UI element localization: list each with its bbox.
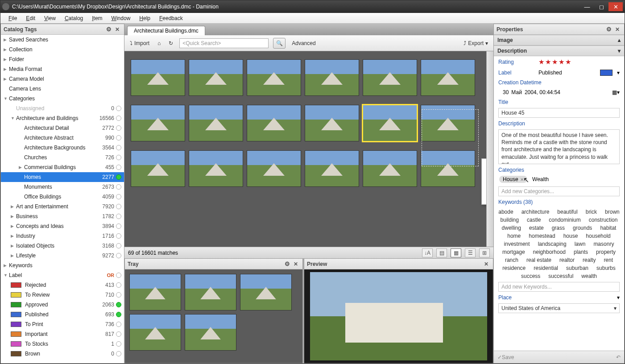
keyword[interactable]: masonry <box>593 241 614 247</box>
label-color-swatch[interactable] <box>600 70 613 76</box>
keyword[interactable]: suburban <box>566 265 588 271</box>
menu-item[interactable]: Item <box>87 14 107 22</box>
thumbnail[interactable] <box>247 105 301 141</box>
tab-catalog[interactable]: Architectural Buildings.dmc <box>127 26 205 35</box>
close-icon[interactable]: ✕ <box>613 26 621 33</box>
thumbnail[interactable] <box>421 150 475 187</box>
keyword[interactable]: property <box>596 249 616 255</box>
view-filmstrip[interactable]: ▤ <box>436 248 447 257</box>
tag-row[interactable]: Architecture Abstract990 <box>1 133 124 143</box>
tag-row[interactable]: ▼Architecture and Buildings16566 <box>1 113 124 123</box>
keyword[interactable]: habitat <box>600 225 616 231</box>
calendar-icon[interactable]: ▦▾ <box>612 89 620 95</box>
close-icon[interactable]: ✕ <box>113 26 121 33</box>
tag-row[interactable]: ▶Art and Entertainment7920 <box>1 202 124 211</box>
keyword[interactable]: ranch <box>505 257 518 263</box>
maximize-button[interactable]: ◻ <box>594 2 608 11</box>
tag-row[interactable]: ▶Lifestyle9272 <box>1 251 124 261</box>
place-value[interactable]: United States of America▾ <box>498 303 620 313</box>
keyword[interactable]: brick <box>586 209 597 215</box>
view-grid[interactable]: ▦ <box>451 248 461 257</box>
keyword[interactable]: landscaping <box>538 241 567 247</box>
tag-row[interactable]: ▶Business1782 <box>1 211 124 221</box>
menu-feedback[interactable]: Feedback <box>155 14 187 22</box>
preview-body[interactable] <box>304 269 493 363</box>
thumbnail[interactable] <box>305 150 359 187</box>
label-row[interactable]: To Stocks1 <box>1 339 124 349</box>
keyword[interactable]: wealth <box>581 273 597 279</box>
keyword[interactable]: abode <box>498 209 513 215</box>
keyword[interactable]: condominium <box>549 217 580 223</box>
chevron-down-icon[interactable]: ▾ <box>617 70 620 76</box>
tag-row[interactable]: Architectural Detail2772 <box>1 123 124 133</box>
keyword[interactable]: suburbs <box>596 265 616 271</box>
tray-thumbnail[interactable] <box>185 274 236 310</box>
keyword[interactable]: realtor <box>559 257 575 263</box>
minimize-button[interactable]: — <box>580 2 594 11</box>
label-row[interactable]: Important817 <box>1 329 124 339</box>
keyword[interactable]: estate <box>529 225 544 231</box>
keyword[interactable]: beautiful <box>557 209 577 215</box>
keyword[interactable]: successful <box>548 273 573 279</box>
tray-thumbnail[interactable] <box>185 314 236 351</box>
menu-file[interactable]: File <box>4 14 21 22</box>
tag-row[interactable]: ▶Commercial Buildings455 <box>1 162 124 172</box>
rating-stars[interactable]: ★★★★★ <box>538 58 572 66</box>
menu-help[interactable]: Help <box>135 14 155 22</box>
title-input[interactable]: House 45 <box>498 108 620 118</box>
keyword[interactable]: brown <box>605 209 620 215</box>
add-keywords-input[interactable]: Add new Keywords... <box>498 282 620 292</box>
thumbnail[interactable] <box>189 150 243 187</box>
menu-window[interactable]: Window <box>107 14 135 22</box>
search-button[interactable]: 🔍 <box>273 38 286 49</box>
tag-row[interactable]: Churches726 <box>1 153 124 162</box>
context-menu-item[interactable]: Home Renovations <box>482 178 486 194</box>
tag-row[interactable]: ▶Saved Searches <box>1 35 124 45</box>
view-tree[interactable]: ⊞ <box>479 248 490 257</box>
keyword[interactable]: household <box>586 233 610 239</box>
tag-row[interactable]: ▶Keywords <box>1 261 124 270</box>
thumbnail[interactable] <box>247 150 301 187</box>
tag-row[interactable]: ▶Collection <box>1 45 124 54</box>
keyword[interactable]: residence <box>502 265 526 271</box>
close-icon[interactable]: ✕ <box>292 261 300 267</box>
thumbnail[interactable] <box>189 59 243 96</box>
thumbnail[interactable] <box>131 150 185 187</box>
keyword[interactable]: rent <box>604 257 613 263</box>
keyword[interactable]: residential <box>534 265 558 271</box>
home-button[interactable]: ⌂ <box>156 39 162 47</box>
thumbnail[interactable] <box>305 59 359 96</box>
thumbnail[interactable] <box>421 105 475 141</box>
label-row[interactable]: To Review710 <box>1 290 124 300</box>
thumbnail[interactable] <box>131 59 185 96</box>
undo-icon[interactable]: ↶ <box>616 354 621 360</box>
keyword[interactable]: mortgage <box>502 249 525 255</box>
thumbnail[interactable] <box>363 105 417 141</box>
chevron-down-icon[interactable]: ▾ <box>617 294 620 301</box>
keyword[interactable]: dwelling <box>502 225 521 231</box>
keyword[interactable]: construction <box>589 217 618 223</box>
label-row[interactable]: Published693 <box>1 310 124 319</box>
import-button[interactable]: ⤵Import <box>128 39 151 47</box>
keyword[interactable]: architecture <box>522 209 550 215</box>
keyword[interactable]: grounds <box>573 225 592 231</box>
search-input[interactable]: <Quick Search> <box>179 38 269 48</box>
close-icon[interactable]: ✕ <box>482 261 490 267</box>
label-row[interactable]: Approved2063 <box>1 300 124 310</box>
tag-row[interactable]: ▶Media Format <box>1 64 124 74</box>
save-button[interactable]: Save <box>502 354 514 360</box>
tray-thumbnail[interactable] <box>129 274 181 310</box>
close-button[interactable]: ✕ <box>608 2 623 11</box>
keyword[interactable]: house <box>563 233 578 239</box>
menu-view[interactable]: View <box>40 14 60 22</box>
thumbnail[interactable] <box>421 59 475 96</box>
thumbnail[interactable] <box>305 105 359 141</box>
gear-icon[interactable]: ⚙ <box>606 26 612 33</box>
tag-row[interactable]: ▶Concepts and Ideas3894 <box>1 221 124 231</box>
tray-thumbnail[interactable] <box>129 314 181 351</box>
thumbnail[interactable] <box>131 105 185 141</box>
label-row[interactable]: Brown0 <box>1 349 124 359</box>
keyword[interactable]: castle <box>527 217 541 223</box>
tag-row[interactable]: ▶Folder <box>1 54 124 64</box>
tag-row[interactable]: ▼Categories <box>1 94 124 103</box>
